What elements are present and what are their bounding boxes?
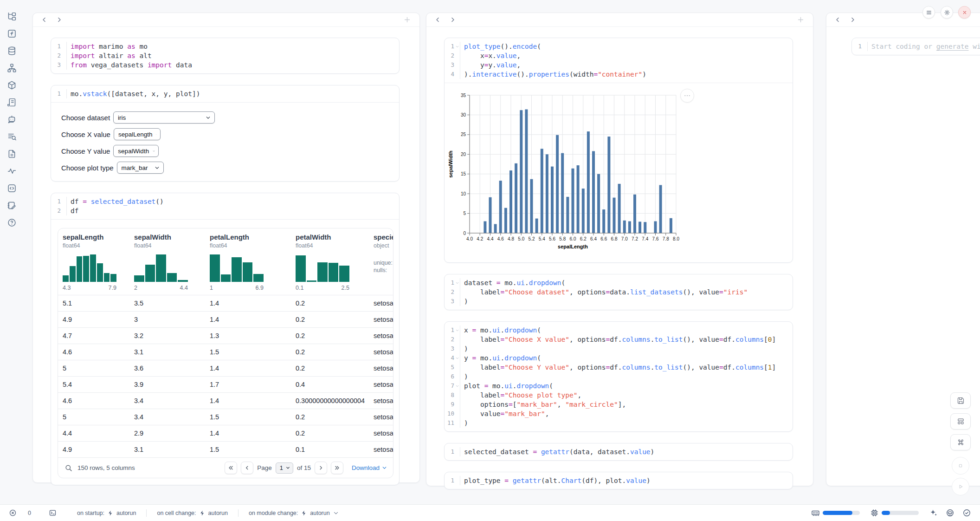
next-page-button[interactable] [315, 462, 327, 474]
choose-y-value-select[interactable]: sepalWidth [113, 145, 159, 157]
fold-icon[interactable] [455, 356, 459, 360]
column-move-right-button[interactable] [847, 15, 858, 25]
chart-menu-button[interactable] [680, 89, 694, 103]
code-editor[interactable]: 1 dataset = mo.ui.dropdown( 2 label="Cho… [445, 274, 793, 310]
code-line: 1 dataset = mo.ui.dropdown( [445, 278, 793, 287]
settings-button[interactable] [941, 6, 953, 19]
sidebar-package-button[interactable] [4, 77, 19, 94]
column-move-right-button[interactable] [54, 15, 64, 25]
sidebar-function-button[interactable] [4, 25, 19, 42]
search-icon[interactable] [64, 464, 72, 472]
on-startup-setting[interactable]: on startup: autorun [77, 510, 136, 516]
add-column-button[interactable] [402, 15, 412, 25]
table-row[interactable]: 5.13.51.40.2setosa [58, 295, 393, 311]
sidebar-file-tree-button[interactable] [4, 8, 19, 25]
sidebar-help-button[interactable] [4, 214, 19, 231]
table-row[interactable]: 53.41.50.2setosa [58, 409, 393, 425]
sparkles-icon[interactable] [929, 508, 938, 517]
table-row[interactable]: 53.61.40.2setosa [58, 360, 393, 376]
code-editor[interactable]: 1 df = selected_dataset() 2 df [51, 193, 399, 219]
table-row[interactable]: 4.63.11.50.2setosa [58, 344, 393, 360]
first-page-button[interactable] [225, 462, 237, 474]
table-row[interactable]: 5.43.91.70.4setosa [58, 376, 393, 392]
connection-status-icon[interactable] [962, 508, 971, 517]
page-select[interactable]: 1 [276, 462, 293, 474]
dependency-graph-icon [7, 63, 17, 73]
copilot-icon[interactable] [946, 508, 954, 517]
code-editor[interactable]: 1 plot_type = getattr(alt.Chart(df), plo… [445, 472, 793, 489]
table-cell: 5 [58, 409, 129, 425]
sidebar-chat-button[interactable] [4, 111, 19, 128]
download-button[interactable]: Download [352, 464, 387, 471]
sidebar-code-button[interactable] [4, 180, 19, 197]
choose-dataset-select[interactable]: iris [113, 111, 215, 124]
code-line: 6 ) [445, 372, 793, 381]
table-row[interactable]: 4.42.91.40.2setosa [58, 425, 393, 441]
svg-text:5.8: 5.8 [559, 236, 566, 241]
code-line: 11 ) [445, 418, 793, 428]
code-line: 2 df [51, 206, 399, 215]
table-cell: 4.9 [58, 442, 129, 457]
last-page-button[interactable] [331, 462, 343, 474]
prev-page-button[interactable] [241, 462, 253, 474]
column-name[interactable]: sepalLength [63, 233, 129, 241]
sidebar-snippets-button[interactable] [4, 145, 19, 163]
fold-icon[interactable] [455, 384, 459, 388]
command-palette-button[interactable] [950, 434, 971, 450]
terminal-button[interactable] [49, 509, 57, 517]
table-row[interactable]: 4.63.41.40.30000000000000004setosa [58, 392, 393, 409]
svg-text:7.6: 7.6 [652, 236, 659, 241]
table-header-cell: species objectunique:nulls: [369, 228, 393, 295]
column-name[interactable]: petalWidth [296, 233, 369, 241]
shutdown-button[interactable] [958, 6, 971, 19]
choose-x-value-select[interactable]: sepalLength [114, 128, 161, 140]
layout-button[interactable] [950, 413, 971, 430]
sidebar-scratchpad-button[interactable] [4, 197, 19, 214]
line-number: 1 [445, 476, 460, 485]
notebook-menu-button[interactable] [922, 6, 935, 19]
sidebar-logs-button[interactable] [4, 94, 19, 111]
code-editor[interactable]: 1 selected_dataset = getattr(data, datas… [445, 443, 793, 460]
column-move-right-button[interactable] [447, 15, 458, 25]
fold-icon[interactable] [455, 45, 459, 49]
table-summary: 150 rows, 5 columns [77, 464, 135, 471]
sidebar-tracing-button[interactable] [4, 163, 19, 180]
fold-icon[interactable] [455, 281, 459, 285]
code-editor[interactable]: 1 plot_type().encode( 2 x=x.value, 3 y=y… [445, 38, 793, 83]
column-move-left-button[interactable] [432, 15, 443, 25]
column-name[interactable]: sepalWidth [134, 233, 205, 241]
run-button[interactable] [952, 478, 969, 495]
code-editor[interactable]: 1 import marimo as mo 2 import altair as… [51, 38, 399, 73]
sidebar-database-button[interactable] [4, 42, 19, 59]
fold-icon[interactable] [455, 328, 459, 332]
line-number: 4 [445, 70, 460, 79]
table-row[interactable]: 4.93.11.50.1setosa [58, 441, 393, 457]
stop-button[interactable] [952, 457, 969, 475]
sidebar-doc-search-button[interactable] [4, 128, 19, 145]
code-editor[interactable]: 1 Start coding or generate with AI [852, 38, 980, 55]
code-line: 9 options=["mark_bar", "mark_circle"], [445, 400, 793, 409]
code-editor[interactable]: 1 mo.vstack([dataset, x, y, plot]) [51, 85, 399, 102]
save-button[interactable] [950, 392, 971, 409]
on-module-change-setting[interactable]: on module change: autorun [249, 510, 339, 516]
choose-plot-type-select[interactable]: mark_bar [117, 162, 164, 174]
add-column-button[interactable] [795, 15, 806, 25]
page-of-label: of 15 [297, 464, 311, 471]
column-move-left-button[interactable] [832, 15, 843, 25]
column-name[interactable]: petalLength [210, 233, 291, 241]
code-editor[interactable]: 1 x = mo.ui.dropdown( 2 label="Choose X … [445, 322, 793, 431]
column-name[interactable]: species [374, 233, 393, 241]
svg-text:4.4: 4.4 [487, 236, 494, 241]
table-row[interactable]: 4.73.21.30.2setosa [58, 327, 393, 344]
line-number: 1 [445, 447, 460, 456]
error-indicator[interactable] [9, 509, 17, 517]
save-icon [957, 397, 965, 404]
sidebar-dependency-graph-button[interactable] [4, 59, 19, 77]
svg-text:4.0: 4.0 [466, 236, 473, 241]
table-row[interactable]: 4.931.40.2setosa [58, 311, 393, 327]
altair-bar-chart[interactable]: 051015202530354.04.24.44.64.85.05.25.45.… [446, 84, 792, 262]
line-number: 1 [51, 89, 67, 98]
column-move-left-button[interactable] [39, 15, 49, 25]
generate-link[interactable]: generate [936, 43, 969, 50]
on-cell-change-setting[interactable]: on cell change: autorun [157, 510, 228, 516]
